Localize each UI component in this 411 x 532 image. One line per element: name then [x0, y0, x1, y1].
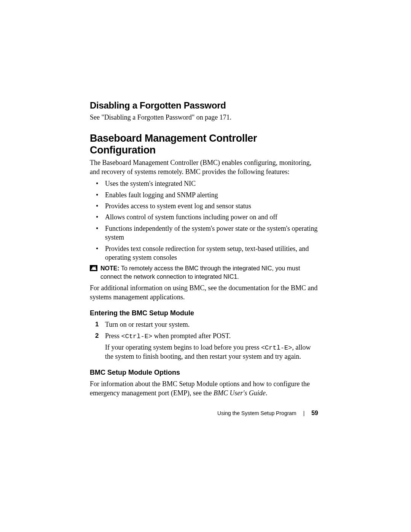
bmc-options-italic: BMC User's Guide — [213, 389, 266, 397]
step2-extra: If your operating system begins to load … — [105, 343, 318, 361]
step2-code: <Ctrl-E> — [121, 333, 153, 340]
list-item: Provides access to system event log and … — [90, 202, 318, 211]
body-bmc-post-note: For additional information on using BMC,… — [90, 284, 318, 302]
step2-extra-code: <Crtl-E> — [261, 344, 292, 351]
bmc-options-post: . — [266, 389, 268, 397]
step2-post: when prompted after POST. — [152, 332, 231, 340]
footer-page-number: 59 — [311, 410, 318, 416]
body-bmc-options: For information about the BMC Setup Modu… — [90, 380, 318, 398]
note-icon — [90, 265, 97, 273]
list-item: Enables fault logging and SNMP alerting — [90, 191, 318, 200]
step2-extra-pre: If your operating system begins to load … — [105, 343, 261, 351]
list-item: Provides text console redirection for sy… — [90, 244, 318, 262]
page-body: Disabling a Forgotten Password See "Disa… — [90, 100, 318, 399]
bmc-options-pre: For information about the BMC Setup Modu… — [90, 380, 310, 396]
page-footer: Using the System Setup Program | 59 — [0, 410, 318, 417]
list-item: Press <Ctrl-E> when prompted after POST.… — [90, 332, 318, 361]
body-bmc-intro: The Baseboard Management Controller (BMC… — [90, 158, 318, 176]
footer-title: Using the System Setup Program — [217, 410, 296, 416]
list-item: Functions independently of the system's … — [90, 224, 318, 242]
list-item: Allows control of system functions inclu… — [90, 213, 318, 222]
bmc-setup-steps: Turn on or restart your system. Press <C… — [90, 320, 318, 361]
footer-separator: | — [303, 410, 305, 416]
heading-bmc-options: BMC Setup Module Options — [90, 369, 318, 377]
list-item: Uses the system's integrated NIC — [90, 179, 318, 188]
step2-pre: Press — [105, 332, 121, 340]
note-label: NOTE: — [100, 265, 119, 272]
body-disabling-password: See "Disabling a Forgotten Password" on … — [90, 113, 318, 122]
note-text: NOTE: To remotely access the BMC through… — [100, 264, 318, 281]
heading-bmc-config: Baseboard Management Controller Configur… — [90, 133, 318, 156]
heading-entering-bmc: Entering the BMC Setup Module — [90, 309, 318, 317]
list-item: Turn on or restart your system. — [90, 320, 318, 329]
bmc-feature-list: Uses the system's integrated NIC Enables… — [90, 179, 318, 262]
note-block: NOTE: To remotely access the BMC through… — [90, 264, 318, 281]
note-body: To remotely access the BMC through the i… — [100, 265, 300, 280]
heading-disabling-password: Disabling a Forgotten Password — [90, 100, 318, 111]
